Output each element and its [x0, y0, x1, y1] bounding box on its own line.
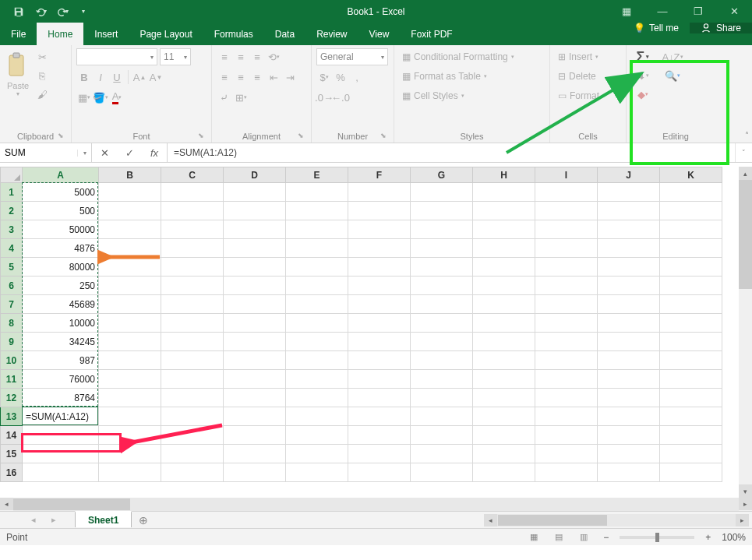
- cell-E2[interactable]: [286, 202, 348, 220]
- sheet-horizontal-scrollbar[interactable]: ◂ ▸: [484, 514, 749, 527]
- column-header-F[interactable]: F: [348, 167, 411, 183]
- cell-F13[interactable]: [348, 407, 411, 426]
- borders-button[interactable]: ▦▾: [76, 89, 92, 106]
- cell-D7[interactable]: [224, 295, 286, 314]
- formula-bar-input[interactable]: =SUM(A1:A12): [168, 143, 735, 162]
- cell-C16[interactable]: [161, 463, 224, 482]
- cell-I15[interactable]: [535, 445, 598, 463]
- underline-button[interactable]: U: [109, 69, 125, 86]
- cell-D8[interactable]: [224, 314, 286, 333]
- cell-A16[interactable]: [23, 463, 99, 482]
- row-header-10[interactable]: 10: [1, 351, 23, 370]
- cell-J14[interactable]: [598, 426, 660, 445]
- cell-J9[interactable]: [598, 333, 660, 351]
- scroll-down-button[interactable]: ▾: [739, 484, 752, 498]
- cell-C6[interactable]: [161, 276, 224, 295]
- font-color-button[interactable]: A▾: [109, 89, 125, 106]
- review-tab[interactable]: Review: [305, 23, 358, 45]
- cell-E4[interactable]: [286, 239, 348, 258]
- row-header-3[interactable]: 3: [1, 220, 23, 239]
- align-right-button[interactable]: ≡: [249, 69, 265, 86]
- data-tab[interactable]: Data: [264, 23, 305, 45]
- cell-K9[interactable]: [660, 333, 722, 351]
- cell-C8[interactable]: [161, 314, 224, 333]
- cell-A14[interactable]: [23, 426, 99, 445]
- cell-G7[interactable]: [411, 295, 473, 314]
- cell-H3[interactable]: [473, 220, 535, 239]
- cell-D13[interactable]: [224, 407, 286, 426]
- cell-E11[interactable]: [286, 370, 348, 389]
- cell-A15[interactable]: [23, 445, 99, 463]
- bold-button[interactable]: B: [76, 69, 92, 86]
- cell-I5[interactable]: [535, 258, 598, 276]
- cell-C5[interactable]: [161, 258, 224, 276]
- cell-D12[interactable]: [224, 389, 286, 407]
- cell-C7[interactable]: [161, 295, 224, 314]
- cell-J13[interactable]: [598, 407, 660, 426]
- column-header-D[interactable]: D: [224, 167, 286, 183]
- font-family-combo[interactable]: ▾: [76, 48, 157, 65]
- qat-customize-button[interactable]: ▾: [73, 0, 95, 23]
- cell-I2[interactable]: [535, 202, 598, 220]
- font-size-combo[interactable]: 11▾: [160, 48, 191, 65]
- sheet-nav-prev[interactable]: ◂: [23, 512, 44, 528]
- cell-K4[interactable]: [660, 239, 722, 258]
- file-tab[interactable]: File: [0, 23, 37, 45]
- autosum-button[interactable]: Σ▾: [631, 48, 655, 65]
- cell-I16[interactable]: [535, 463, 598, 482]
- cell-G13[interactable]: [411, 407, 473, 426]
- cell-K6[interactable]: [660, 276, 722, 295]
- format-cells-button[interactable]: ▭Format▾: [555, 87, 609, 104]
- cell-I6[interactable]: [535, 276, 598, 295]
- fill-color-button[interactable]: 🪣▾: [93, 89, 108, 106]
- column-header-K[interactable]: K: [660, 167, 722, 183]
- page-layout-view-button[interactable]: ▤: [550, 530, 567, 544]
- cell-J15[interactable]: [598, 445, 660, 463]
- align-left-button[interactable]: ≡: [217, 69, 232, 86]
- redo-button[interactable]: ▾: [51, 0, 73, 23]
- cell-A10[interactable]: 987: [23, 351, 99, 370]
- cell-F10[interactable]: [348, 351, 411, 370]
- cell-I11[interactable]: [535, 370, 598, 389]
- row-header-9[interactable]: 9: [1, 333, 23, 351]
- cell-B2[interactable]: [99, 202, 161, 220]
- number-launcher[interactable]: ⬊: [378, 130, 389, 141]
- foxit-pdf-tab[interactable]: Foxit PDF: [400, 23, 463, 45]
- merge-center-button[interactable]: ⊞▾: [232, 89, 250, 106]
- cell-F6[interactable]: [348, 276, 411, 295]
- redo-dropdown-icon[interactable]: ▾: [65, 8, 69, 15]
- cell-F12[interactable]: [348, 389, 411, 407]
- cell-B9[interactable]: [99, 333, 161, 351]
- cell-H8[interactable]: [473, 314, 535, 333]
- cell-E5[interactable]: [286, 258, 348, 276]
- cell-J5[interactable]: [598, 258, 660, 276]
- cell-D5[interactable]: [224, 258, 286, 276]
- scroll-up-button[interactable]: ▴: [739, 167, 752, 180]
- cell-E14[interactable]: [286, 426, 348, 445]
- cell-A1[interactable]: 5000: [23, 183, 99, 202]
- cell-I1[interactable]: [535, 183, 598, 202]
- cell-B4[interactable]: [99, 239, 161, 258]
- zoom-out-button[interactable]: −: [600, 532, 612, 543]
- cell-G16[interactable]: [411, 463, 473, 482]
- cell-H6[interactable]: [473, 276, 535, 295]
- cell-D4[interactable]: [224, 239, 286, 258]
- cell-A5[interactable]: 80000: [23, 258, 99, 276]
- cell-A3[interactable]: 50000: [23, 220, 99, 239]
- cell-H15[interactable]: [473, 445, 535, 463]
- cell-D9[interactable]: [224, 333, 286, 351]
- row-header-7[interactable]: 7: [1, 295, 23, 314]
- cell-J8[interactable]: [598, 314, 660, 333]
- paste-button[interactable]: Paste▾: [5, 48, 31, 99]
- row-header-11[interactable]: 11: [1, 370, 23, 389]
- increase-indent-button[interactable]: ⇥: [282, 69, 298, 86]
- formulas-tab[interactable]: Formulas: [203, 23, 264, 45]
- view-tab[interactable]: View: [358, 23, 401, 45]
- conditional-formatting-button[interactable]: ▦Conditional Formatting▾: [399, 48, 517, 65]
- column-header-I[interactable]: I: [535, 167, 598, 183]
- align-center-button[interactable]: ≡: [233, 69, 249, 86]
- row-header-12[interactable]: 12: [1, 389, 23, 407]
- cell-F3[interactable]: [348, 220, 411, 239]
- cell-F14[interactable]: [348, 426, 411, 445]
- zoom-in-button[interactable]: +: [702, 532, 714, 543]
